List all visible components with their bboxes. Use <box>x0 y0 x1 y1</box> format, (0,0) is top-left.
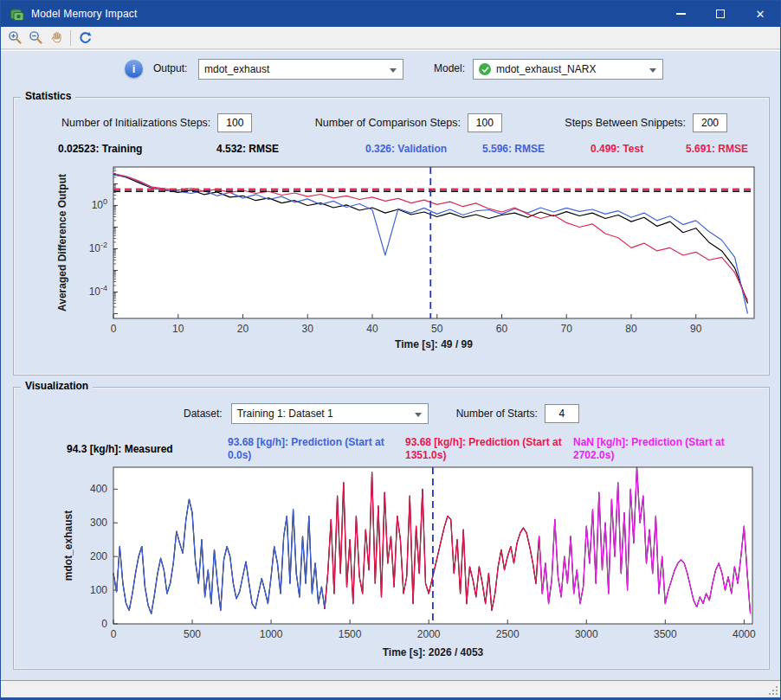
snippet-steps-input[interactable] <box>693 113 727 132</box>
output-select[interactable]: mdot_exhaust <box>198 59 403 80</box>
statistics-panel: Statistics Number of Initializations Ste… <box>13 97 770 376</box>
svg-text:30: 30 <box>302 323 314 335</box>
svg-text:10-2: 10-2 <box>89 241 107 254</box>
svg-text:60: 60 <box>496 323 508 335</box>
starts-input[interactable] <box>545 404 579 423</box>
minimize-button[interactable] <box>661 1 700 27</box>
zoom-in-icon <box>8 30 23 45</box>
validation-rmse-label: 5.596: RMSE <box>482 143 545 155</box>
output-value: mdot_exhaust <box>204 63 269 75</box>
svg-text:500: 500 <box>184 628 201 640</box>
header-row: i Output: mdot_exhaust Model: mdot_exhau… <box>1 58 780 82</box>
maximize-button[interactable] <box>700 1 740 27</box>
svg-text:400: 400 <box>90 483 107 495</box>
init-steps-group: Number of Initializations Steps: <box>61 113 252 132</box>
starts-label: Number of Starts: <box>456 408 538 420</box>
model-value: mdot_exhaust_NARX <box>496 63 596 75</box>
comparison-steps-label: Number of Comparison Steps: <box>315 117 461 129</box>
svg-text:100: 100 <box>90 584 107 596</box>
svg-text:200: 200 <box>90 550 107 562</box>
snippet-steps-label: Steps Between Snippets: <box>565 117 686 129</box>
visualization-legend: 94.3 [kg/h]: Measured 93.68 [kg/h]: Pred… <box>14 436 769 466</box>
training-rmse-label: 4.532: RMSE <box>216 143 279 155</box>
statistics-panel-title: Statistics <box>21 90 75 102</box>
svg-text:1000: 1000 <box>260 628 283 640</box>
svg-text:40: 40 <box>366 323 378 335</box>
model-status-check-icon <box>479 63 491 75</box>
svg-text:10: 10 <box>172 323 184 335</box>
status-bar <box>1 680 780 697</box>
svg-text:50: 50 <box>431 323 443 335</box>
output-label: Output: <box>153 62 187 74</box>
validation-value-label: 0.326: Validation <box>365 143 447 155</box>
refresh-icon <box>78 30 93 45</box>
title-bar: Model Memory Impact ✕ <box>1 1 780 27</box>
svg-text:80: 80 <box>625 323 637 335</box>
refresh-button[interactable] <box>74 29 95 48</box>
toolbar <box>1 27 780 49</box>
y-axis-label: Averaged Difference Output <box>56 174 68 311</box>
svg-text:20: 20 <box>237 323 249 335</box>
svg-text:2500: 2500 <box>496 628 520 640</box>
measured-legend-label: 94.3 [kg/h]: Measured <box>67 436 231 456</box>
comparison-steps-input[interactable] <box>468 113 502 132</box>
chevron-down-icon[interactable] <box>415 413 422 417</box>
window-title: Model Memory Impact <box>31 8 138 20</box>
zoom-out-icon <box>29 30 43 45</box>
prediction1-legend-label: 93.68 [kg/h]: Prediction (Start at 0.0s) <box>228 436 405 462</box>
maximize-icon <box>716 10 725 18</box>
svg-text:10-4: 10-4 <box>89 284 107 298</box>
svg-text:70: 70 <box>561 323 573 335</box>
prediction2-legend-label: 93.68 [kg/h]: Prediction (Start at 1351.… <box>405 436 570 462</box>
x-axis-label: Time [s]: 49 / 99 <box>395 338 473 350</box>
init-steps-input[interactable] <box>217 113 252 132</box>
test-value-label: 0.499: Test <box>591 143 643 155</box>
app-icon <box>10 7 24 22</box>
svg-text:0: 0 <box>111 628 117 640</box>
y-axis-label: mdot_exhaust <box>62 511 74 581</box>
svg-text:1500: 1500 <box>339 628 362 640</box>
zoom-in-button[interactable] <box>4 29 25 48</box>
zoom-out-button[interactable] <box>25 29 46 48</box>
svg-text:90: 90 <box>690 323 702 335</box>
resize-grip[interactable] <box>769 686 778 695</box>
x-axis-label: Time [s]: 2026 / 4053 <box>383 646 484 658</box>
statistics-chart[interactable]: 010203040506070809010010-210-4Time [s]: … <box>48 164 758 368</box>
model-select[interactable]: mdot_exhaust_NARX <box>473 59 663 80</box>
chart-canvas: 010203040506070809010010-210-4Time [s]: … <box>48 164 758 368</box>
minimize-icon <box>676 13 686 15</box>
chart-canvas: 0500100015002000250030003500400001002003… <box>48 464 758 668</box>
svg-text:3500: 3500 <box>654 628 677 640</box>
comparison-steps-group: Number of Comparison Steps: <box>315 113 502 132</box>
svg-text:2000: 2000 <box>417 628 441 640</box>
toolbar-separator <box>70 30 71 46</box>
viz-controls-row: Dataset: Training 1: Dataset 1 Number of… <box>14 403 769 424</box>
dataset-value: Training 1: Dataset 1 <box>237 408 333 420</box>
svg-text:3000: 3000 <box>575 628 598 640</box>
model-memory-impact-window: Model Memory Impact ✕ <box>0 0 781 700</box>
svg-text:100: 100 <box>92 197 107 211</box>
svg-text:300: 300 <box>90 517 107 529</box>
close-button[interactable]: ✕ <box>740 1 780 27</box>
close-icon: ✕ <box>756 8 765 21</box>
dataset-label: Dataset: <box>184 408 223 420</box>
visualization-chart[interactable]: 0500100015002000250030003500400001002003… <box>48 464 758 668</box>
training-value-label: 0.02523: Training <box>58 143 142 155</box>
dataset-select[interactable]: Training 1: Dataset 1 <box>231 403 429 424</box>
prediction3-legend-label: NaN [kg/h]: Prediction (Start at 2702.0s… <box>573 436 738 462</box>
svg-text:0: 0 <box>111 323 117 335</box>
steps-row: Number of Initializations Steps: Number … <box>14 113 769 132</box>
pan-hand-icon <box>49 30 64 45</box>
pan-button[interactable] <box>46 29 67 48</box>
visualization-panel: Visualization Dataset: Training 1: Datas… <box>13 387 770 670</box>
model-label: Model: <box>434 62 465 74</box>
content-area: i Output: mdot_exhaust Model: mdot_exhau… <box>1 50 780 681</box>
svg-text:4000: 4000 <box>733 628 756 640</box>
test-rmse-label: 5.691: RMSE <box>686 143 748 155</box>
chevron-down-icon[interactable] <box>390 68 397 73</box>
chevron-down-icon[interactable] <box>649 68 656 73</box>
visualization-panel-title: Visualization <box>21 380 93 392</box>
init-steps-label: Number of Initializations Steps: <box>61 117 210 129</box>
info-icon[interactable]: i <box>125 60 143 78</box>
svg-text:0: 0 <box>101 618 107 630</box>
